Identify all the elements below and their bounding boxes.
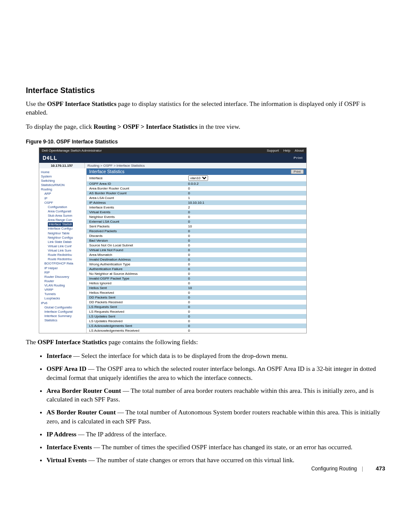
nav-item[interactable]: RIP xyxy=(44,271,86,275)
print-link[interactable]: Print xyxy=(294,156,303,160)
table-row: Virtual Link Not Found0 xyxy=(87,248,306,252)
nav-item[interactable]: Area Configurati xyxy=(48,209,86,214)
t: Routing > OSPF > Interface Statistics xyxy=(93,123,197,130)
nav-item[interactable]: Switching xyxy=(41,179,86,183)
table-row: Invalid Destination Address0 xyxy=(87,257,306,262)
nav-item[interactable]: Interface Statisti xyxy=(48,222,86,227)
nav-item[interactable]: Router xyxy=(44,279,86,283)
table-row: LS Requests Sent0 xyxy=(87,305,306,309)
help-link[interactable]: Help xyxy=(283,149,290,152)
table-row: IP Address10.10.10.1 xyxy=(87,200,306,205)
nav-item[interactable]: VLAN Routing xyxy=(44,283,86,288)
footer-sep: | xyxy=(362,466,363,472)
stat-value: 0 xyxy=(186,219,307,224)
table-row: Wrong Authentication Type0 xyxy=(87,262,306,267)
nav-item[interactable]: Tunnels xyxy=(44,292,86,296)
nav-item[interactable]: Virtual Link Sum xyxy=(48,249,86,253)
nav-item[interactable]: IP Helper xyxy=(44,266,86,271)
nav-item[interactable]: Loopbacks xyxy=(44,296,86,301)
table-row: LS Updates Sent0 xyxy=(87,314,306,319)
table-row: Neighbor Events0 xyxy=(87,215,306,219)
table-row: LS Requests Received0 xyxy=(87,309,306,314)
about-link[interactable]: About xyxy=(295,149,304,152)
stat-label: Area Border Router Count xyxy=(87,186,186,191)
nav-item[interactable]: OSPF xyxy=(44,201,86,205)
nav-item[interactable]: Virtual Link Conf xyxy=(48,244,86,249)
stat-value: 0 xyxy=(186,290,307,295)
nav-item[interactable]: IP xyxy=(44,196,86,201)
stat-label: Received Packets xyxy=(87,229,186,233)
nav-item[interactable]: IPv6 xyxy=(41,301,86,305)
nav-item[interactable]: Configuration xyxy=(48,205,86,209)
stat-label: Source Not On Local Subnet xyxy=(87,243,186,248)
table-row: AS Border Router Count0 xyxy=(87,191,306,196)
table-row: Area Border Router Count0 xyxy=(87,186,306,191)
nav-item[interactable]: Statistics/RMON xyxy=(41,183,86,187)
table-row: External LSA Count0 xyxy=(87,219,306,224)
t: in the tree view. xyxy=(197,123,240,130)
table-row: OSPF Area ID0.0.0.2 xyxy=(87,181,306,186)
nav-item[interactable]: Stub Area Summ xyxy=(48,214,86,218)
field-term: Virtual Events xyxy=(47,457,87,464)
nav-item[interactable]: Link State Datab xyxy=(48,240,86,244)
table-row: Discards0 xyxy=(87,233,306,238)
table-row: Area LSA Count1 xyxy=(87,196,306,200)
stat-value: 0 xyxy=(186,191,307,196)
stat-label: Discards xyxy=(87,233,186,238)
table-row: Hellos Sent10 xyxy=(87,286,306,290)
nav-item[interactable]: Neighbor Table xyxy=(48,231,86,236)
list-item: AS Border Router Count — The total numbe… xyxy=(47,408,385,426)
after-shot-intro: The OSPF Interface Statistics page conta… xyxy=(26,338,385,346)
stat-label: LS Acknowledgements Sent xyxy=(87,324,186,328)
nav-item[interactable]: System xyxy=(41,174,86,179)
footer-page: 473 xyxy=(376,465,385,472)
list-item: OSPF Area ID — The OSPF area to which th… xyxy=(47,364,385,382)
table-row: Bad Version0 xyxy=(87,238,306,243)
brand-bar: D¢LL Print xyxy=(39,153,306,163)
nav-item[interactable]: VRRP xyxy=(44,288,86,292)
field-term: Area Border Router Count xyxy=(47,387,121,394)
stat-label: Neighbor Events xyxy=(87,215,186,219)
window-title: Dell OpenManage Switch Administrator xyxy=(42,149,102,152)
stat-value: 0 xyxy=(186,314,307,319)
stats-table: Interfacevlan10OSPF Area ID0.0.0.2Area B… xyxy=(87,175,306,333)
nav-tree[interactable]: HomeSystemSwitchingStatistics/RMONRoutin… xyxy=(39,168,87,333)
nav-item[interactable]: Route Redistribu xyxy=(48,253,86,257)
content-panel: Interface Statistics Print Interfacevlan… xyxy=(87,168,306,333)
stat-value: 0 xyxy=(186,238,307,243)
device-ip: 10.170.11.157 xyxy=(39,163,85,168)
window-titlebar: Dell OpenManage Switch Administrator Sup… xyxy=(39,148,306,153)
interface-select[interactable]: vlan10 xyxy=(188,175,208,181)
nav-item[interactable]: Home xyxy=(41,170,86,174)
stat-label: Interface Events xyxy=(87,205,186,210)
stat-label: LS Acknowledgements Received xyxy=(87,328,186,333)
nav-item[interactable]: Route Redistribu xyxy=(48,257,86,261)
stat-label: External LSA Count xyxy=(87,219,186,224)
nav-item[interactable]: Statistics xyxy=(44,318,86,323)
stat-label: Hellos Sent xyxy=(87,286,186,290)
page-footer: Configuring Routing | 473 xyxy=(311,465,385,472)
print-button[interactable]: Print xyxy=(291,169,304,174)
table-row: Hellos Received0 xyxy=(87,290,306,295)
nav-item[interactable]: Interface Summary xyxy=(44,314,86,318)
stat-value: 0 xyxy=(186,271,307,276)
nav-item[interactable]: Neighbor Configu xyxy=(48,236,86,240)
table-row: Interface Events2 xyxy=(87,205,306,210)
list-item: Area Border Router Count — The total num… xyxy=(47,386,385,404)
stat-value[interactable]: vlan10 xyxy=(186,175,307,181)
table-row: LS Updates Received0 xyxy=(87,319,306,324)
support-link[interactable]: Support xyxy=(267,149,279,152)
nav-item[interactable]: BOOTP/DHCP Rela xyxy=(44,261,86,266)
stat-label: Hellos Received xyxy=(87,290,186,295)
field-list: Interface — Select the interface for whi… xyxy=(39,352,385,465)
nav-item[interactable]: ARP xyxy=(44,192,86,196)
table-row: Virtual Events0 xyxy=(87,210,306,215)
nav-item[interactable]: Area Range Con xyxy=(48,218,86,222)
nav-item[interactable]: Routing xyxy=(41,187,86,192)
stat-label: Invalid Destination Address xyxy=(87,257,186,262)
nav-item[interactable]: Interface Configurat xyxy=(44,310,86,314)
nav-item[interactable]: Global Configuratio xyxy=(44,305,86,310)
nav-item[interactable]: Router Discovery xyxy=(44,275,86,279)
nav-item[interactable]: Interface Configu xyxy=(48,227,86,231)
stat-label: Area LSA Count xyxy=(87,196,186,200)
